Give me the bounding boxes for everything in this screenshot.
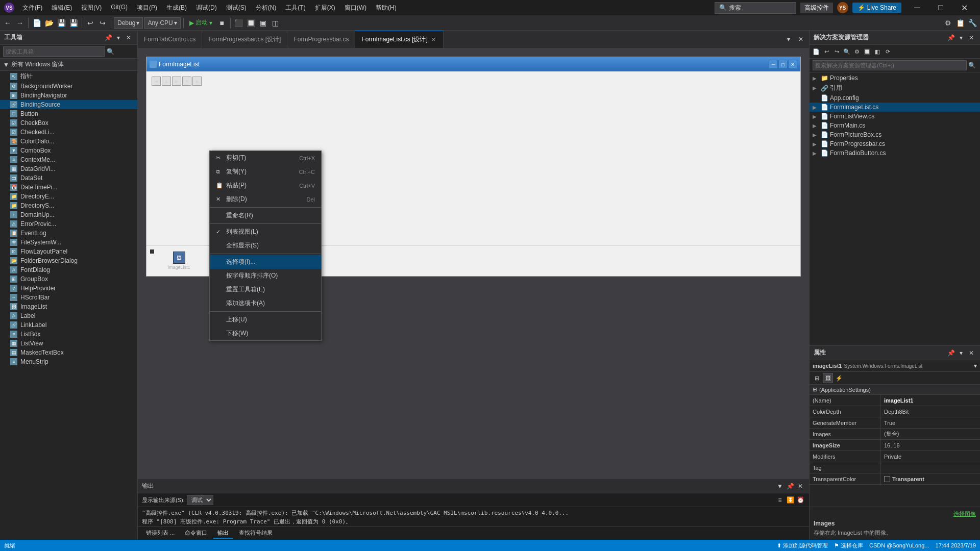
prop-value-tag[interactable] — [881, 462, 980, 473]
toolbox-item-bindsrc[interactable]: 🔗 BindingSource — [0, 100, 137, 109]
toolbox-item-imagelist[interactable]: 🖼 ImageList — [0, 302, 137, 311]
toolbox-item-checkbox[interactable]: ☑ CheckBox — [0, 118, 137, 128]
cpu-select[interactable]: Any CPU ▾ — [144, 17, 180, 29]
toolbox-item-eventlog[interactable]: 📋 EventLog — [0, 229, 137, 238]
ctx-rename[interactable]: 重命名(R) — [210, 209, 321, 222]
restore-button[interactable]: □ — [929, 0, 952, 15]
sol-btn-7[interactable]: ◧ — [873, 47, 882, 56]
ctx-chooseitems[interactable]: 选择项(I)... — [210, 255, 321, 269]
output-tab-command[interactable]: 命令窗口 — [181, 528, 211, 539]
menu-view[interactable]: 视图(V) — [77, 2, 106, 14]
toolbox-item-hscrollbar[interactable]: ↔ HScrollBar — [0, 293, 137, 302]
toolbox-item-datagrid[interactable]: ▦ DataGridVi... — [0, 164, 137, 173]
toolbox-item-combobox[interactable]: ▼ ComboBox — [0, 146, 137, 155]
sol-btn-1[interactable]: 📄 — [812, 47, 821, 56]
toolbox-item-domainup[interactable]: ↕ DomainUp... — [0, 210, 137, 219]
toolbar-btn2[interactable]: 🔲 — [246, 17, 257, 29]
toolbox-item-bindnav[interactable]: ⊞ BindingNavigator — [0, 91, 137, 100]
toolbox-pin[interactable]: 📌 — [104, 33, 113, 42]
toolbox-item-linklabel[interactable]: 🔗 LinkLabel — [0, 320, 137, 330]
tree-item-formlistview[interactable]: ▶ 📄 FormListView.cs — [810, 112, 980, 121]
toolbox-item-colordialog[interactable]: 🎨 ColorDialo... — [0, 137, 137, 146]
tree-item-formprogressbar[interactable]: ▶ 📄 FormProgressbar.cs — [810, 139, 980, 148]
menu-extend[interactable]: 扩展(X) — [311, 2, 339, 14]
close-button[interactable]: ✕ — [952, 0, 976, 15]
tab-formprogressbar-design[interactable]: FormProgressbar.cs [设计] — [202, 31, 287, 48]
menu-edit[interactable]: 编辑(E) — [47, 2, 76, 14]
solution-dropdown[interactable]: ▾ — [957, 33, 966, 42]
output-tab-errors[interactable]: 错误列表 ... — [142, 528, 179, 539]
status-branch[interactable]: ⚑ 选择仓库 — [834, 542, 863, 549]
toolbox-item-errorprovider[interactable]: ⚠ ErrorProvic... — [0, 219, 137, 229]
props-group-appsettings[interactable]: ⊞ (ApplicationSettings) — [810, 385, 980, 395]
prop-value-colordepth[interactable]: Depth8Bit — [881, 406, 980, 417]
debug-mode-select[interactable]: Debug ▾ — [114, 17, 143, 29]
toolbox-item-menustrip[interactable]: ≡ MenuStrip — [0, 357, 137, 366]
tab-formimagelist-design[interactable]: FormImageList.cs [设计] ✕ — [355, 31, 443, 48]
props-events-btn[interactable]: ⚡ — [834, 373, 844, 383]
form-icon-2[interactable]: ▲ — [162, 77, 171, 86]
form-icon-1[interactable]: ◀ — [152, 77, 161, 86]
tab-formprogressbar[interactable]: FormProgressbar.cs — [287, 31, 355, 48]
toolbox-item-fontdialog[interactable]: A FontDialog — [0, 265, 137, 274]
prop-value-transparentcolor[interactable]: Transparent — [881, 473, 980, 484]
props-close[interactable]: ✕ — [967, 348, 976, 358]
toolbox-item-direntry[interactable]: 📁 DirectoryE... — [0, 192, 137, 201]
menu-project[interactable]: 项目(P) — [133, 2, 161, 14]
sol-btn-3[interactable]: ↪ — [832, 47, 841, 56]
toolbox-item-contextmenu[interactable]: ≡ ContextMe... — [0, 155, 137, 164]
toolbox-item-bgworker[interactable]: ⚙ BackgroundWorker — [0, 82, 137, 91]
tree-item-formpicturebox[interactable]: ▶ 📄 FormPictureBox.cs — [810, 130, 980, 139]
ctx-addtab[interactable]: 添加选项卡(A) — [210, 296, 321, 310]
toolbar-right1[interactable]: ⚙ — [942, 17, 953, 29]
ctx-reset[interactable]: 重置工具箱(E) — [210, 283, 321, 296]
ctx-delete[interactable]: ✕ 删除(D) Del — [210, 192, 321, 206]
menu-test[interactable]: 测试(S) — [222, 2, 251, 14]
tree-item-references[interactable]: ▶ 🔗 引用 — [810, 83, 980, 93]
toolbar-btn1[interactable]: ⬛ — [233, 17, 244, 29]
form-maximize-btn[interactable]: □ — [778, 60, 788, 69]
solution-pin[interactable]: 📌 — [946, 33, 955, 42]
toolbox-item-maskedtext[interactable]: ▤ MaskedTextBox — [0, 348, 137, 357]
toolbox-item-flowlayout[interactable]: ⊡ FlowLayoutPanel — [0, 247, 137, 256]
toolbar-right2[interactable]: 📋 — [954, 17, 966, 29]
tree-item-appconfig[interactable]: 📄 App.config — [810, 93, 980, 103]
menu-debug[interactable]: 调试(D) — [192, 2, 221, 14]
output-toolbar-3[interactable]: ⏰ — [796, 495, 805, 505]
output-pin[interactable]: 📌 — [786, 482, 795, 491]
tabs-close-all[interactable]: ✕ — [796, 34, 806, 44]
tab-close-icon[interactable]: ✕ — [430, 36, 437, 43]
prop-value-generatemember[interactable]: True — [881, 417, 980, 428]
tree-item-properties[interactable]: ▶ 📁 Properties — [810, 73, 980, 83]
toolbar-undo[interactable]: ↩ — [85, 17, 96, 29]
solution-close[interactable]: ✕ — [967, 33, 976, 42]
prop-value-imagesize[interactable]: 16, 16 — [881, 440, 980, 450]
live-share-button[interactable]: ⚡ Live Share — [852, 3, 901, 13]
status-source-control[interactable]: ⬆ 添加到源代码管理 — [777, 542, 828, 549]
form-icon-3[interactable]: ▶ — [172, 77, 181, 86]
toolbar-save-all[interactable]: 💾 — [68, 17, 79, 29]
output-close[interactable]: ✕ — [796, 482, 805, 491]
tabs-overflow[interactable]: ▾ — [783, 34, 794, 44]
solution-search-input[interactable] — [813, 60, 967, 70]
props-pin[interactable]: 📌 — [946, 348, 955, 358]
props-desc-link[interactable]: 选择图像 — [953, 510, 976, 518]
sol-btn-4[interactable]: 🔍 — [842, 47, 851, 56]
prop-value-modifiers[interactable]: Private — [881, 451, 980, 462]
toolbox-item-groupbox[interactable]: ⊞ GroupBox — [0, 274, 137, 284]
ctx-alphabetical[interactable]: 按字母顺序排序(O) — [210, 269, 321, 283]
sol-btn-8[interactable]: ⟳ — [883, 47, 892, 56]
menu-file[interactable]: 文件(F) — [18, 2, 46, 14]
toolbar-right3[interactable]: 🔧 — [967, 17, 978, 29]
ctx-paste[interactable]: 📋 粘贴(P) Ctrl+V — [210, 179, 321, 192]
toolbox-item-helpprovider[interactable]: ? HelpProvider — [0, 284, 137, 293]
ctx-listview[interactable]: ✓ 列表视图(L) — [210, 225, 321, 239]
sol-btn-6[interactable]: 🔲 — [863, 47, 872, 56]
menu-git[interactable]: Git(G) — [107, 2, 132, 14]
output-source-select[interactable]: 调试 — [187, 495, 213, 505]
tree-item-formmain[interactable]: ▶ 📄 FormMain.cs — [810, 121, 980, 130]
output-tab-find[interactable]: 查找符号结果 — [235, 528, 277, 539]
toolbox-search-icon[interactable]: 🔍 — [105, 46, 115, 57]
props-dropdown[interactable]: ▾ — [957, 348, 966, 358]
prop-value-images[interactable]: (集合) — [881, 429, 980, 439]
